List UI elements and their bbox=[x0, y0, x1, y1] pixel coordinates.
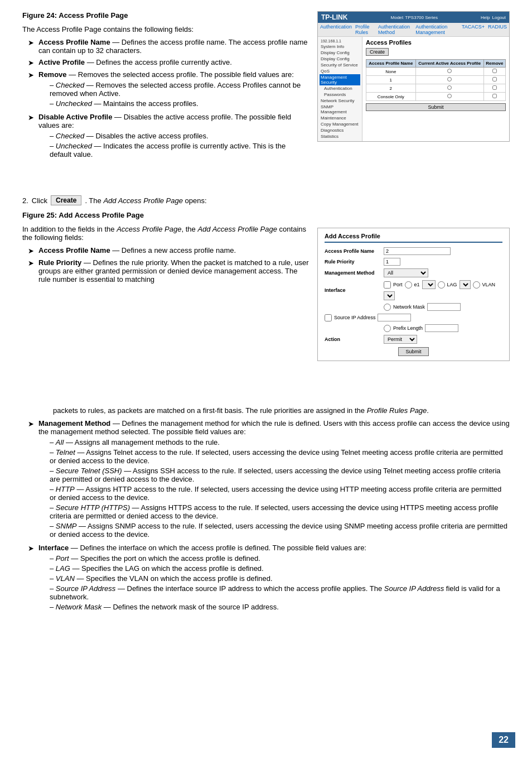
nav-profile-rules[interactable]: Profile Rules bbox=[355, 24, 375, 35]
sidebar-snmp[interactable]: SNMP Management bbox=[320, 104, 360, 115]
row-remove[interactable] bbox=[483, 76, 505, 84]
sidebar-qos[interactable]: QoS bbox=[320, 68, 360, 74]
sidebar-passwords[interactable]: Passwords bbox=[320, 92, 360, 98]
management-method-row: Management Method All Telnet SSH HTTP HT… bbox=[325, 268, 502, 277]
interface-checkbox[interactable] bbox=[384, 281, 391, 289]
access-profile-name-label: Access Profile Name bbox=[325, 248, 380, 254]
nav-auth-mgmt[interactable]: Authentication Management bbox=[415, 24, 458, 35]
sidebar-maintenance[interactable]: Maintenance bbox=[320, 115, 360, 121]
row-active[interactable] bbox=[415, 68, 483, 76]
sidebar-system[interactable]: System Info bbox=[320, 44, 360, 50]
create-button-inline[interactable]: Create bbox=[51, 195, 81, 205]
network-mask-radio[interactable] bbox=[384, 304, 391, 311]
bullet-icon: ➤ bbox=[28, 259, 34, 267]
port-label: Port bbox=[393, 282, 403, 287]
sidebar-authentication[interactable]: Authentication bbox=[320, 85, 360, 92]
add-profile-submit-button[interactable]: Submit bbox=[398, 347, 428, 356]
lag-select[interactable] bbox=[460, 280, 471, 289]
mgmt-sub-ssh: – Secure Telnet (SSH) — Assigns SSH acce… bbox=[50, 467, 510, 483]
rule-priority-label: Rule Priority bbox=[325, 259, 380, 265]
row-active[interactable] bbox=[415, 84, 483, 93]
sidebar-copy[interactable]: Copy Management bbox=[320, 121, 360, 127]
field-name: Management Method bbox=[38, 419, 110, 427]
figure25-screenshot: Add Access Profile Access Profile Name R… bbox=[317, 228, 510, 361]
interface-label: Interface bbox=[325, 287, 380, 293]
prefix-length-radio[interactable] bbox=[384, 325, 391, 332]
tp-submit-button[interactable]: Submit bbox=[366, 103, 506, 111]
nav-radius[interactable]: RADIUS bbox=[488, 24, 507, 35]
port-select[interactable] bbox=[422, 280, 436, 289]
field-text: Active Profile — Defines the access prof… bbox=[38, 58, 232, 66]
rule-priority-input[interactable] bbox=[384, 258, 400, 266]
iface-sub-source-ip: – Source IP Address — Defines the interf… bbox=[50, 584, 510, 601]
disable-sublist: – Checked — Disables the active access p… bbox=[50, 132, 309, 158]
prefix-length-label: Prefix Length bbox=[393, 325, 423, 331]
bullet-icon: ➤ bbox=[28, 113, 34, 122]
table-header-remove: Remove bbox=[483, 60, 505, 68]
header-logout[interactable]: Logout bbox=[492, 15, 506, 20]
row-remove[interactable] bbox=[483, 68, 505, 76]
nav-authentication[interactable]: Authentication bbox=[320, 24, 352, 35]
access-profiles-table: Access Profile Name Current Active Acces… bbox=[366, 59, 506, 101]
prefix-length-input[interactable] bbox=[425, 324, 458, 332]
port-radio[interactable] bbox=[405, 281, 412, 289]
management-method-select[interactable]: All Telnet SSH HTTP HTTPS SNMP bbox=[384, 268, 428, 277]
management-sublist: – All — Assigns all management methods t… bbox=[50, 438, 510, 539]
interface-sublist: – Port — Specifies the port on which the… bbox=[50, 554, 510, 611]
field-name: Interface bbox=[38, 544, 69, 552]
sidebar-display1[interactable]: Display Config bbox=[320, 50, 360, 56]
sidebar-security-service[interactable]: Security of Service bbox=[320, 62, 360, 68]
row-remove[interactable] bbox=[483, 84, 505, 93]
tp-sidebar: 192.168.1.1 System Info Display Config D… bbox=[318, 37, 362, 141]
field-remove: ➤ Remove — Removes the selected access p… bbox=[28, 70, 309, 109]
source-ip-input[interactable] bbox=[378, 314, 411, 321]
step2-suffix: . The Add Access Profile Page opens: bbox=[85, 196, 206, 205]
table-header-active: Current Active Access Profile bbox=[415, 60, 483, 68]
row-name: None bbox=[366, 68, 416, 76]
source-ip-group: Source IP Address bbox=[325, 314, 411, 321]
access-profile-name-input[interactable] bbox=[384, 247, 451, 255]
interface-options: Port e1 LAG VLAN bbox=[384, 280, 502, 300]
mgmt-sub-https: – Secure HTTP (HTTPS) — Assigns HTTPS ac… bbox=[50, 503, 510, 520]
nav-tacacs[interactable]: TACACS+ bbox=[462, 24, 485, 35]
tp-link-panel: TP-LINK Model: TPS3700 Series Help Logou… bbox=[317, 11, 510, 142]
sidebar-display2[interactable]: Display Config bbox=[320, 56, 360, 62]
tp-content-area: 192.168.1.1 System Info Display Config D… bbox=[318, 37, 509, 141]
bullet-icon: ➤ bbox=[28, 247, 34, 255]
row-active[interactable] bbox=[415, 93, 483, 101]
source-ip-checkbox[interactable] bbox=[325, 314, 332, 321]
nav-auth-method[interactable]: Authentication Method bbox=[378, 24, 412, 35]
bullet-icon: ➤ bbox=[28, 59, 34, 67]
field-management-method: ➤ Management Method — Defines the manage… bbox=[28, 419, 510, 540]
mgmt-sub-telnet: – Telnet — Assigns Telnet access to the … bbox=[50, 448, 510, 465]
disable-sub-unchecked: – Unchecked — Indicates the access profi… bbox=[50, 142, 309, 158]
mgmt-sub-all: – All — Assigns all management methods t… bbox=[50, 438, 510, 446]
field-text: Interface — Defines the interface on whi… bbox=[38, 544, 510, 613]
row-remove[interactable] bbox=[483, 93, 505, 101]
vlan-label: VLAN bbox=[482, 282, 496, 287]
mgmt-sub-snmp: – SNMP — Assigns SNMP access to the rule… bbox=[50, 522, 510, 539]
interface-row: Interface Port e1 LAG bbox=[325, 280, 502, 300]
network-mask-input[interactable] bbox=[427, 303, 461, 311]
network-mask-label: Network Mask bbox=[393, 304, 425, 310]
sidebar-ip[interactable]: 192.168.1.1 bbox=[320, 39, 360, 44]
iface-sub-lag: – LAG — Specifies the LAG on which the a… bbox=[50, 564, 510, 573]
tp-create-button[interactable]: Create bbox=[366, 48, 389, 56]
tp-logo: TP-LINK bbox=[321, 13, 347, 21]
table-row: 2 bbox=[366, 84, 506, 93]
network-mask-row: Network Mask bbox=[384, 303, 502, 311]
lag-radio[interactable] bbox=[438, 281, 445, 289]
action-select[interactable]: Permit Deny bbox=[384, 335, 417, 344]
field-text: Remove — Removes the selected access pro… bbox=[38, 70, 309, 109]
sidebar-diagnostics[interactable]: Diagnostics bbox=[320, 127, 360, 133]
sidebar-network-security[interactable]: Network Security bbox=[320, 98, 360, 104]
vlan-radio[interactable] bbox=[473, 281, 480, 289]
port-value: e1 bbox=[414, 282, 420, 287]
field-name: Disable Active Profile bbox=[38, 113, 112, 121]
row-active[interactable] bbox=[415, 76, 483, 84]
header-help[interactable]: Help bbox=[481, 15, 490, 20]
figure24-left: Figure 24: Access Profile Page The Acces… bbox=[22, 11, 309, 160]
sidebar-statistics[interactable]: Statistics bbox=[320, 133, 360, 140]
sidebar-mgmt-security[interactable]: Management Security bbox=[320, 74, 360, 85]
vlan-select[interactable] bbox=[384, 291, 395, 300]
